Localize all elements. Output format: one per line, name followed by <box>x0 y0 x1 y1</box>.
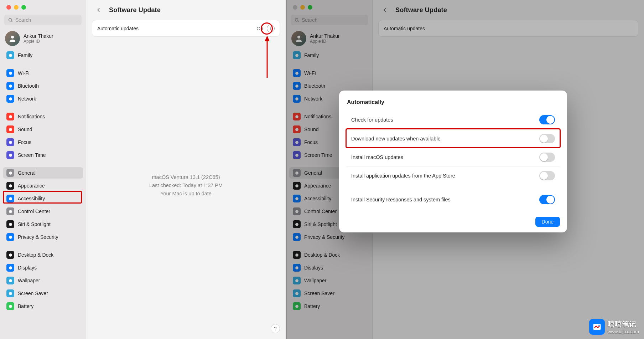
sidebar-item-label: Wi-Fi <box>304 70 316 76</box>
battery-icon <box>293 302 301 310</box>
sidebar-item-network[interactable]: Network <box>3 93 83 104</box>
sidebar-item-siri-spotlight[interactable]: Siri & Spotlight <box>3 219 83 230</box>
sidebar-item-control-center[interactable]: Control Center <box>3 206 83 217</box>
sidebar-item-label: Family <box>18 52 32 58</box>
svg-point-11 <box>9 171 12 175</box>
sidebar-item-label: Sound <box>18 127 32 132</box>
sidebar-item-desktop-dock[interactable]: Desktop & Dock <box>3 249 83 261</box>
screensaver-icon <box>293 289 301 297</box>
siri-icon <box>293 220 301 228</box>
sidebar-list: FamilyWi-FiBluetoothNetworkNotifications… <box>0 50 86 313</box>
right-screenshot: Search Ankur Thakur Apple ID FamilyWi-Fi… <box>286 0 644 339</box>
svg-point-3 <box>9 54 12 57</box>
svg-marker-23 <box>265 36 270 41</box>
dialog-row-1: Download new updates when available <box>346 129 560 148</box>
family-icon <box>6 51 14 59</box>
back-button[interactable] <box>93 5 104 15</box>
sidebar-item-label: Battery <box>18 303 33 309</box>
sidebar-item-label: Battery <box>304 303 320 309</box>
displays-icon <box>6 264 14 272</box>
controlcenter-icon <box>6 207 14 215</box>
sidebar-item-bluetooth[interactable]: Bluetooth <box>3 80 83 92</box>
sidebar-item-label: General <box>304 170 322 176</box>
sidebar-item-label: Wi-Fi <box>18 70 30 76</box>
minimize-window-dot[interactable] <box>14 5 19 10</box>
svg-point-18 <box>9 266 12 269</box>
sidebar-item-sound[interactable]: Sound <box>3 124 83 135</box>
svg-point-20 <box>9 292 12 295</box>
accessibility-icon <box>293 195 301 202</box>
privacy-icon <box>6 233 14 241</box>
help-button[interactable]: ? <box>271 324 280 333</box>
network-icon <box>6 95 14 103</box>
search-input[interactable]: Search <box>4 15 82 25</box>
close-window-dot[interactable] <box>6 5 11 10</box>
window-traffic-lights <box>286 0 372 12</box>
sidebar-item-screen-saver[interactable]: Screen Saver <box>3 288 83 299</box>
sidebar-item-general[interactable]: General <box>3 167 83 179</box>
toggle-switch[interactable] <box>539 171 555 180</box>
sidebar-item-wi-fi[interactable]: Wi-Fi <box>3 67 83 79</box>
desktop-icon <box>6 251 14 259</box>
sidebar-item-wi-fi: Wi-Fi <box>289 67 369 79</box>
profile-name: Ankur Thakur <box>24 33 53 39</box>
svg-point-37 <box>295 197 298 200</box>
apple-id-profile[interactable]: Ankur Thakur Apple ID <box>0 27 86 50</box>
wifi-icon <box>293 69 301 77</box>
screentime-icon <box>6 151 14 159</box>
sidebar-item-label: Wallpaper <box>304 278 327 283</box>
svg-line-1 <box>11 21 12 22</box>
svg-point-36 <box>295 184 298 188</box>
fullscreen-window-dot[interactable] <box>21 5 26 10</box>
svg-point-19 <box>9 279 12 282</box>
bluetooth-icon <box>293 82 301 90</box>
sidebar-item-label: Screen Time <box>304 152 332 158</box>
back-button <box>380 5 390 15</box>
search-icon <box>8 17 13 23</box>
toggle-switch[interactable] <box>539 153 555 162</box>
status-line-3: Your Mac is up to date <box>86 190 286 198</box>
main-pane: Software Update Automatic updates On i m… <box>86 0 286 339</box>
sidebar-item-screen-time[interactable]: Screen Time <box>3 149 83 161</box>
toggle-switch[interactable] <box>539 134 555 143</box>
gear-icon <box>293 169 301 177</box>
done-button[interactable]: Done <box>535 217 560 227</box>
sidebar-item-privacy-security[interactable]: Privacy & Security <box>3 231 83 243</box>
dialog-row-2: Install macOS updates <box>346 148 560 166</box>
focus-icon <box>6 138 14 146</box>
svg-point-24 <box>295 18 298 21</box>
sidebar-item-family: Family <box>289 50 369 61</box>
svg-point-9 <box>9 141 12 144</box>
svg-point-16 <box>9 236 12 239</box>
appearance-icon <box>293 182 301 190</box>
sidebar-item-label: Family <box>304 52 319 58</box>
sidebar-item-focus[interactable]: Focus <box>3 137 83 148</box>
accessibility-icon <box>6 195 14 202</box>
sidebar-item-label: Displays <box>18 265 37 271</box>
svg-point-30 <box>295 97 298 101</box>
sidebar-item-appearance[interactable]: Appearance <box>3 180 83 191</box>
status-line-1: macOS Ventura 13.1 (22C65) <box>86 173 286 181</box>
minimize-window-dot <box>300 5 305 10</box>
sidebar-item-displays[interactable]: Displays <box>3 262 83 273</box>
sidebar-item-family[interactable]: Family <box>3 50 83 61</box>
info-icon: i <box>270 26 271 31</box>
sidebar-item-accessibility[interactable]: Accessibility <box>3 193 83 204</box>
notifications-icon <box>293 113 301 120</box>
svg-point-21 <box>9 305 12 308</box>
sidebar-item-label: Notifications <box>304 114 331 119</box>
sidebar-item-label: Accessibility <box>18 196 45 201</box>
sidebar-item-wallpaper[interactable]: Wallpaper <box>3 275 83 286</box>
toggle-switch[interactable] <box>539 115 555 124</box>
appearance-icon <box>6 182 14 190</box>
auto-updates-card: Automatic updates <box>378 20 638 37</box>
sidebar-item-battery[interactable]: Battery <box>3 301 83 312</box>
sidebar-item-label: Notifications <box>18 114 45 119</box>
toggle-switch[interactable] <box>539 195 555 204</box>
dialog-row-0: Check for updates <box>346 111 560 129</box>
sidebar-item-notifications[interactable]: Notifications <box>3 111 83 122</box>
sidebar-item-label: General <box>18 170 36 176</box>
sidebar-item-label: Sound <box>304 127 318 132</box>
focus-icon <box>293 138 301 146</box>
info-button[interactable]: i <box>267 25 275 32</box>
